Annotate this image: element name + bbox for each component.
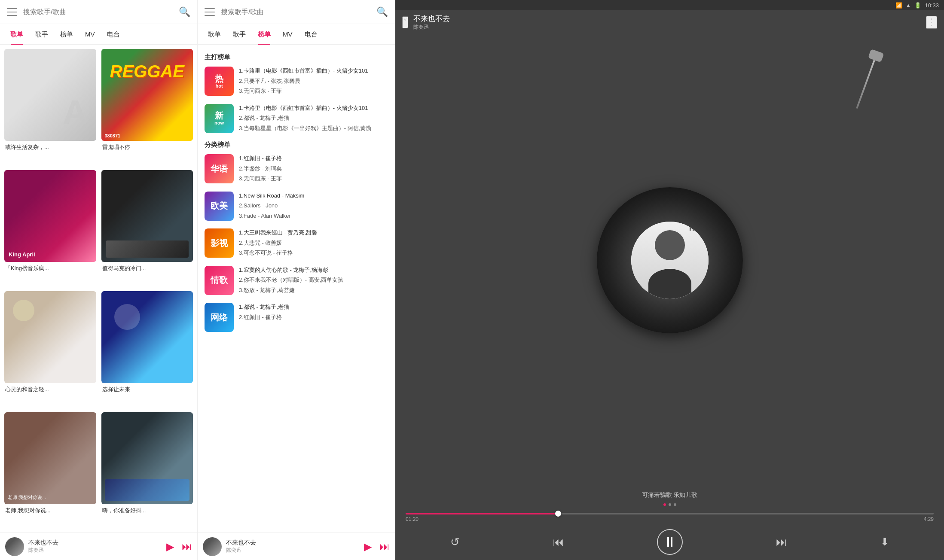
mid-play-button[interactable]: ▶ [364, 541, 372, 553]
repeat-button[interactable]: ↺ [450, 536, 460, 549]
tab-radio-mid[interactable]: 电台 [299, 24, 324, 45]
left-search-button[interactable]: 🔍 [179, 6, 190, 18]
album-text: HRM [689, 225, 705, 232]
download-button[interactable]: ⬇ [880, 536, 889, 548]
item-label: 或许生活复杂，... [4, 143, 96, 151]
track-3: 3.怒放 - 龙梅子,葛荟婕 [239, 286, 388, 295]
list-item[interactable]: 值得马克的冷门... [101, 170, 193, 286]
track-2: 2.大悲咒 - 敬善媛 [239, 239, 388, 247]
decorative-a: A [63, 93, 88, 132]
mid-bp-artist: 陈奕迅 [226, 547, 364, 554]
chart-tracks-cn: 1.红颜旧 - 崔子格 2.半盏纱 - 刘珂矣 3.无问西东 - 王菲 [239, 154, 388, 185]
list-item[interactable]: 选择让未来 [101, 291, 193, 407]
tab-singer-mid[interactable]: 歌手 [227, 24, 252, 45]
tab-singer-left[interactable]: 歌手 [29, 24, 54, 45]
list-item[interactable]: 心灵的和音之轻... [4, 291, 96, 407]
mid-next-button[interactable]: ⏭ [379, 541, 390, 553]
vinyl-center: HRM [631, 222, 709, 299]
badge-net: 网络 [205, 303, 234, 332]
player-vinyl-area: HRM [395, 34, 944, 486]
tab-songlist-left[interactable]: 歌单 [4, 24, 29, 45]
badge-love: 情歌 [205, 266, 234, 295]
person-head [655, 230, 685, 260]
chart-sub-title: 分类榜单 [205, 141, 388, 149]
mid-bp-controls: ▶ ⏭ [364, 541, 390, 553]
thumb-5 [4, 291, 96, 383]
left-content-grid: A 或许生活复杂，... REGGAE 380871 雷鬼唱不停 King Ap… [0, 45, 197, 533]
mid-bp-title: 不来也不去 [226, 539, 364, 547]
player-status-bar: 📶 ▲ 🔋 10:33 [395, 0, 944, 10]
left-bp-artist: 陈奕迅 [28, 547, 166, 554]
list-item[interactable]: REGGAE 380871 雷鬼唱不停 [101, 49, 193, 165]
track-3: 3.无问西东 - 王菲 [239, 87, 388, 95]
needle-head [868, 49, 884, 63]
chart-tracks-net: 1.都说 - 龙梅子,老猫 2.红颜旧 - 崔子格 [239, 303, 388, 323]
list-item[interactable]: King April 「King榜音乐疯... [4, 170, 96, 286]
album-art: HRM [631, 222, 709, 299]
track-1: 1.寂寞的人伤心的歌 - 龙梅子,杨海彭 [239, 266, 388, 274]
chart-row-love[interactable]: 情歌 1.寂寞的人伤心的歌 - 龙梅子,杨海彭 2.你不来我不老（对唱版）- 高… [205, 266, 388, 296]
badge-west: 欧美 [205, 192, 234, 221]
chart-row-net[interactable]: 网络 1.都说 - 龙梅子,老猫 2.红颜旧 - 崔子格 [205, 303, 388, 332]
track-3: 3.可念不可说 - 崔子格 [239, 249, 388, 257]
chart-row-hot[interactable]: 热hot 1.卡路里（电影《西虹市首富》插曲）- 火箭少女101 2.只要平凡 … [205, 67, 388, 97]
tab-mv-left[interactable]: MV [79, 24, 101, 45]
track-3: 3.Fade - Alan Walker [239, 212, 388, 220]
mid-menu-icon[interactable] [205, 8, 215, 16]
list-item[interactable]: 老师 我想对你说... 老师,我想对你说... [4, 412, 96, 528]
player-more-button[interactable]: ⋮ [926, 16, 937, 29]
left-next-button[interactable]: ⏭ [182, 541, 192, 553]
item-label: 雷鬼唱不停 [101, 143, 193, 151]
player-subtitle: 可痛若骗歌 乐如儿歌 [395, 486, 944, 502]
tab-mv-mid[interactable]: MV [277, 24, 299, 45]
prev-button[interactable]: ⏮ [553, 536, 564, 549]
time-display: 10:33 [925, 2, 939, 9]
chart-tracks-west: 1.New Silk Road - Maksim 2.Sailors - Jon… [239, 192, 388, 222]
list-item[interactable]: A 或许生活复杂，... [4, 49, 96, 165]
tab-radio-left[interactable]: 电台 [101, 24, 126, 45]
tab-chart-left[interactable]: 榜单 [54, 24, 79, 45]
mid-search-input[interactable] [221, 8, 376, 16]
pause-button[interactable]: ⏸ [657, 529, 683, 555]
progress-bar-container[interactable] [406, 513, 934, 514]
chart-row-new[interactable]: 新now 1.卡路里（电影《西虹市首富》插曲）- 火箭少女101 2.都说 - … [205, 104, 388, 134]
thumb-4 [101, 170, 193, 262]
track-2: 2.Sailors - Jono [239, 201, 388, 210]
left-tabs: 歌单 歌手 榜单 MV 电台 [0, 24, 197, 45]
dots-indicator [395, 503, 944, 506]
dot-3 [674, 503, 676, 506]
tab-songlist-mid[interactable]: 歌单 [202, 24, 227, 45]
mid-chart-content: 主打榜单 热hot 1.卡路里（电影《西虹市首富》插曲）- 火箭少女101 2.… [198, 45, 395, 533]
menu-icon[interactable] [7, 8, 17, 16]
vinyl-record: HRM [597, 187, 743, 333]
track-1: 1.卡路里（电影《西虹市首富》插曲）- 火箭少女101 [239, 67, 388, 75]
chart-tracks-new: 1.卡路里（电影《西虹市首富》插曲）- 火箭少女101 2.都说 - 龙梅子,老… [239, 104, 388, 134]
dot-2 [669, 503, 671, 506]
chart-row-west[interactable]: 欧美 1.New Silk Road - Maksim 2.Sailors - … [205, 192, 388, 222]
list-item[interactable]: 嗨，你准备好抖... [101, 412, 193, 528]
track-1: 1.卡路里（电影《西虹市首富》插曲）- 火箭少女101 [239, 104, 388, 113]
player-song-info: 不来也不去 陈奕迅 [413, 14, 926, 31]
badge-hot: 热hot [205, 67, 234, 96]
track-2: 2.你不来我不老（对唱版）- 高安,西单女孩 [239, 276, 388, 284]
left-panel: 🔍 歌单 歌手 榜单 MV 电台 A 或许生活复杂，... REGGAE 380… [0, 0, 198, 560]
chart-row-cn[interactable]: 华语 1.红颜旧 - 崔子格 2.半盏纱 - 刘珂矣 3.无问西东 - 王菲 [205, 154, 388, 185]
tab-chart-mid[interactable]: 榜单 [252, 24, 277, 45]
dot-1 [663, 503, 666, 506]
player-back-button[interactable]: ˅ [402, 16, 408, 28]
badge-new: 新now [205, 104, 234, 133]
person-body [648, 269, 691, 299]
mid-search-button[interactable]: 🔍 [376, 6, 388, 18]
next-button[interactable]: ⏭ [776, 536, 787, 549]
badge-film: 影视 [205, 228, 234, 258]
player-song-artist: 陈奕迅 [413, 24, 926, 31]
track-1: 1.大王叫我来巡山 - 贾乃亮,甜馨 [239, 228, 388, 237]
left-search-input[interactable] [23, 8, 179, 16]
chart-row-film[interactable]: 影视 1.大王叫我来巡山 - 贾乃亮,甜馨 2.大悲咒 - 敬善媛 3.可念不可… [205, 228, 388, 259]
progress-bar-fill [406, 513, 559, 514]
left-play-button[interactable]: ▶ [166, 541, 174, 553]
progress-times: 01:20 4:29 [406, 516, 934, 522]
left-bp-title: 不来也不去 [28, 539, 166, 547]
track-2: 2.半盏纱 - 刘珂矣 [239, 164, 388, 173]
item-label: 心灵的和音之轻... [4, 386, 96, 393]
